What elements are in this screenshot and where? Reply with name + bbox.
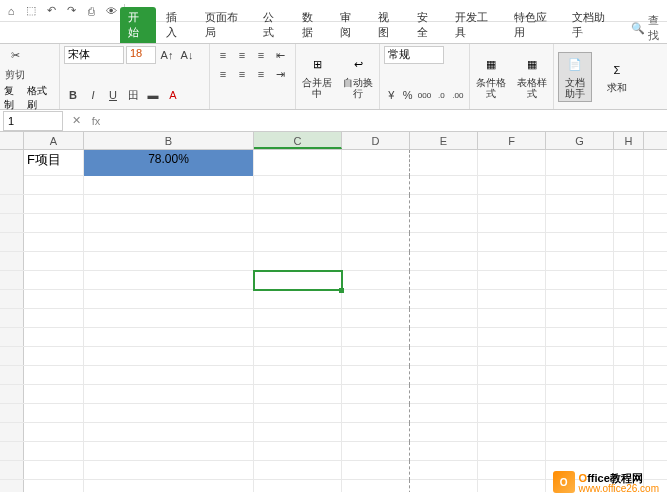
cell[interactable] <box>546 290 614 309</box>
font-color-button[interactable]: A <box>164 86 182 104</box>
cell[interactable] <box>24 195 84 214</box>
cell[interactable] <box>84 252 254 271</box>
cell[interactable] <box>84 385 254 404</box>
cell[interactable] <box>254 347 342 366</box>
cell[interactable] <box>84 195 254 214</box>
row-header[interactable] <box>0 290 24 308</box>
cancel-formula-icon[interactable]: ✕ <box>66 111 86 131</box>
merge-cells-button[interactable]: ⊞ 合并居中 <box>300 53 334 101</box>
align-center-icon[interactable]: ≡ <box>233 65 251 83</box>
cell[interactable] <box>84 442 254 461</box>
dec-decimal-icon[interactable]: .00 <box>451 86 465 104</box>
cell[interactable] <box>410 328 478 347</box>
cell[interactable] <box>546 233 614 252</box>
cell[interactable] <box>84 366 254 385</box>
cell[interactable] <box>478 290 546 309</box>
cell[interactable] <box>614 176 644 195</box>
cell[interactable] <box>614 214 644 233</box>
cell[interactable] <box>410 233 478 252</box>
cell[interactable] <box>614 385 644 404</box>
cell[interactable] <box>614 233 644 252</box>
row-header[interactable] <box>0 271 24 289</box>
cell[interactable] <box>24 461 84 480</box>
cell[interactable] <box>546 214 614 233</box>
cell[interactable] <box>614 290 644 309</box>
row-header[interactable] <box>0 404 24 422</box>
select-all-corner[interactable] <box>0 132 24 149</box>
row-header[interactable] <box>0 328 24 346</box>
doc-helper-button[interactable]: 📄 文档助手 <box>558 52 592 102</box>
cell[interactable] <box>254 309 342 328</box>
col-header-G[interactable]: G <box>546 132 614 149</box>
cell[interactable] <box>478 480 546 492</box>
cell[interactable] <box>614 309 644 328</box>
tab-start[interactable]: 开始 <box>120 7 156 43</box>
tab-review[interactable]: 审阅 <box>332 7 368 43</box>
cell[interactable] <box>84 233 254 252</box>
italic-button[interactable]: I <box>84 86 102 104</box>
row-header[interactable] <box>0 233 24 251</box>
cell[interactable] <box>84 423 254 442</box>
cell[interactable] <box>254 290 342 309</box>
border-button[interactable]: 田 <box>124 86 142 104</box>
cell[interactable] <box>546 423 614 442</box>
qat-home-icon[interactable]: ⌂ <box>4 4 18 18</box>
cell[interactable] <box>254 423 342 442</box>
cell[interactable] <box>342 214 410 233</box>
sum-button[interactable]: Σ 求和 <box>600 58 634 95</box>
cell[interactable] <box>410 309 478 328</box>
cell[interactable] <box>342 150 410 176</box>
cell[interactable] <box>410 423 478 442</box>
cut-button[interactable]: ✂ <box>6 46 24 64</box>
cell[interactable] <box>478 461 546 480</box>
cell[interactable] <box>342 461 410 480</box>
cell[interactable] <box>342 347 410 366</box>
cell[interactable] <box>342 480 410 492</box>
tab-layout[interactable]: 页面布局 <box>197 7 254 43</box>
cell[interactable] <box>410 252 478 271</box>
cell[interactable] <box>84 271 254 290</box>
cell[interactable] <box>84 214 254 233</box>
font-name-select[interactable]: 宋体 <box>64 46 124 64</box>
tab-dochelper[interactable]: 文档助手 <box>564 7 621 43</box>
cell[interactable] <box>84 328 254 347</box>
row-header[interactable] <box>0 176 24 194</box>
cell[interactable] <box>254 150 342 176</box>
cell[interactable] <box>24 347 84 366</box>
cell[interactable] <box>84 461 254 480</box>
cell[interactable] <box>410 347 478 366</box>
cell[interactable] <box>254 366 342 385</box>
cell[interactable] <box>24 214 84 233</box>
cell[interactable] <box>84 290 254 309</box>
cell[interactable] <box>342 328 410 347</box>
row-header[interactable] <box>0 214 24 232</box>
cell[interactable] <box>254 271 342 290</box>
col-header-F[interactable]: F <box>478 132 546 149</box>
cell[interactable] <box>478 347 546 366</box>
cell[interactable] <box>24 385 84 404</box>
cell[interactable] <box>342 404 410 423</box>
cell[interactable] <box>342 309 410 328</box>
row-header[interactable] <box>0 195 24 213</box>
row-header[interactable] <box>0 442 24 460</box>
tab-insert[interactable]: 插入 <box>158 7 194 43</box>
cell[interactable] <box>546 252 614 271</box>
cell[interactable] <box>84 480 254 492</box>
cell[interactable] <box>478 214 546 233</box>
cell[interactable] <box>614 195 644 214</box>
cell[interactable] <box>410 271 478 290</box>
cell[interactable] <box>24 290 84 309</box>
tab-formula[interactable]: 公式 <box>255 7 291 43</box>
cell[interactable] <box>342 271 410 290</box>
qat-print-icon[interactable]: ⎙ <box>84 4 98 18</box>
bold-button[interactable]: B <box>64 86 82 104</box>
cell[interactable] <box>478 442 546 461</box>
wrap-text-button[interactable]: ↩ 自动换行 <box>341 53 375 101</box>
cell[interactable] <box>254 442 342 461</box>
cell[interactable]: 78.00% <box>84 150 254 176</box>
cell[interactable] <box>342 195 410 214</box>
cell[interactable] <box>24 271 84 290</box>
row-header[interactable] <box>0 347 24 365</box>
formula-input[interactable] <box>106 111 667 131</box>
cell[interactable] <box>614 366 644 385</box>
